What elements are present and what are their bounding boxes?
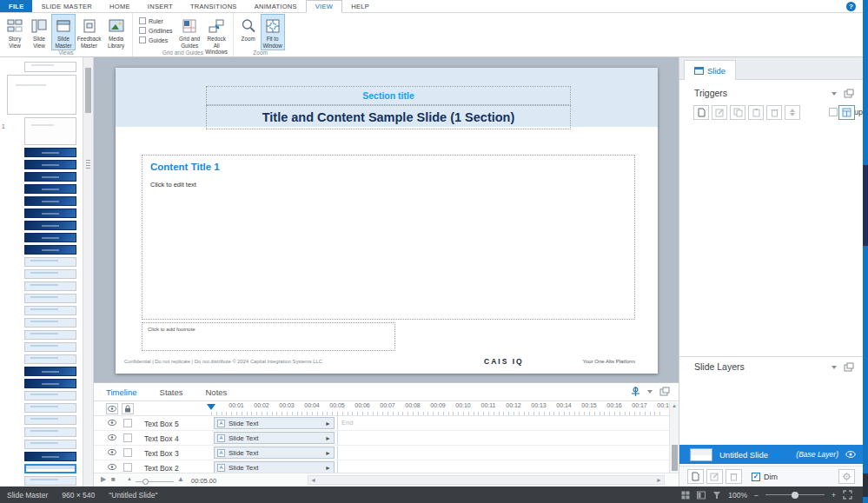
status-story-view-icon[interactable] — [681, 491, 690, 500]
panel-splitter[interactable] — [83, 57, 94, 486]
show-hide-all-button[interactable] — [106, 403, 118, 414]
scroll-up-arrow-icon[interactable]: ▲ — [672, 403, 677, 408]
status-slide-master-view-icon[interactable] — [712, 491, 721, 500]
slide-thumbnail-9[interactable] — [24, 208, 76, 218]
zoom-slider[interactable] — [765, 494, 825, 495]
fit-to-window-status-icon[interactable] — [843, 490, 852, 500]
slide-thumbnail-1[interactable] — [24, 62, 76, 72]
slide-thumbnail-22[interactable] — [24, 367, 76, 376]
slide-master-button[interactable]: Slide Master — [51, 14, 76, 50]
delete-layer-button[interactable] — [726, 469, 742, 484]
row-object-name[interactable]: Text Box 4 — [144, 434, 179, 443]
zoom-button[interactable]: Zoom — [236, 14, 261, 50]
bar-expand-arrow-icon[interactable]: ► — [325, 420, 331, 427]
story-view-button[interactable]: Story View — [3, 14, 27, 50]
menu-tab-insert[interactable]: INSERT — [139, 0, 182, 12]
delete-trigger-button[interactable] — [766, 105, 782, 120]
tab-slide[interactable]: Slide — [684, 60, 736, 80]
timeline-object-bar[interactable]: A Slide Text ► — [214, 417, 335, 429]
menu-tab-file[interactable]: FILE — [0, 0, 32, 12]
slide-thumbnail-5[interactable] — [24, 160, 76, 169]
timeline-object-bar[interactable]: A Slide Text ► — [214, 461, 335, 473]
content-placeholder[interactable]: Content Title 1 Click to edit text — [142, 155, 635, 320]
timeline-object-bar[interactable]: A Slide Text ► — [214, 447, 335, 459]
slide-thumbnail-8[interactable] — [24, 196, 76, 206]
vertical-scroll-thumb[interactable] — [672, 445, 678, 471]
slide-thumbnail-25[interactable] — [24, 403, 76, 413]
timeline-menu-caret-icon[interactable] — [647, 390, 653, 394]
guides-checkbox-box[interactable] — [139, 36, 146, 43]
fit-to-window-button[interactable]: Fit to Window — [261, 14, 285, 50]
menu-tab-transitions[interactable]: TRANSITIONS — [182, 0, 246, 12]
gridlines-checkbox-box[interactable] — [139, 27, 146, 34]
copy-trigger-button[interactable] — [730, 105, 745, 120]
edit-trigger-button[interactable] — [712, 105, 727, 120]
playhead-marker[interactable] — [207, 404, 215, 410]
new-trigger-button[interactable] — [693, 105, 709, 120]
zoom-in-timeline-icon[interactable]: ▲ — [177, 476, 184, 483]
zoom-out-timeline-icon[interactable]: ▲ — [127, 476, 132, 481]
slide-thumbnail-28[interactable] — [24, 440, 76, 449]
row-object-name[interactable]: Text Box 2 — [144, 464, 179, 473]
group-checkbox-box[interactable] — [829, 108, 838, 116]
layers-menu-caret-icon[interactable] — [832, 366, 837, 369]
layer-row-untitled-slide[interactable]: Untitled Slide (Base Layer) — [679, 445, 863, 464]
row-eye-icon[interactable] — [108, 464, 116, 470]
menu-tab-animations[interactable]: ANIMATIONS — [246, 0, 306, 12]
lock-all-button[interactable] — [122, 403, 134, 414]
slide-thumbnail-26[interactable] — [24, 415, 76, 425]
slide-editing-surface[interactable]: Section title Title and Content Sample S… — [116, 68, 658, 374]
guides-checkbox[interactable]: Guides — [139, 36, 173, 43]
slide-thumbnail-3[interactable] — [24, 117, 76, 145]
menu-tab-view[interactable]: VIEW — [306, 0, 342, 13]
dim-checkbox[interactable]: ✓ Dim — [752, 473, 778, 481]
row-lock-checkbox[interactable] — [123, 419, 132, 427]
zoom-in-button[interactable]: + — [832, 491, 836, 500]
slide-thumbnail-10[interactable] — [24, 221, 76, 230]
timeline-vertical-scrollbar[interactable]: ▲ — [669, 402, 679, 473]
slide-thumbnail-31[interactable] — [24, 476, 76, 486]
slide-thumbnail-29[interactable] — [24, 452, 76, 461]
slide-thumbnail-14[interactable] — [24, 269, 76, 279]
slide-thumbnail-23[interactable] — [24, 379, 76, 388]
row-lock-checkbox[interactable] — [123, 434, 132, 442]
slide-thumbnail-15[interactable] — [24, 281, 76, 291]
section-title-placeholder[interactable]: Section title — [206, 86, 571, 105]
timeline-horizontal-scrollbar[interactable]: ◄ ► — [308, 475, 665, 485]
slide-thumbnail-20[interactable] — [24, 342, 76, 352]
slide-thumbnail-30[interactable] — [24, 464, 76, 473]
grid-and-guides-button[interactable]: Grid and Guides — [176, 14, 203, 50]
slide-thumbnail-4[interactable] — [24, 148, 76, 157]
row-eye-icon[interactable] — [108, 434, 116, 440]
dock-panel-icon[interactable] — [659, 387, 670, 396]
bar-expand-arrow-icon[interactable]: ► — [325, 435, 331, 441]
ruler-checkbox-box[interactable] — [139, 17, 146, 24]
status-slide-view-icon[interactable] — [697, 491, 706, 500]
new-layer-button[interactable] — [687, 469, 704, 484]
timeline-zoom-knob[interactable] — [142, 479, 149, 485]
media-library-button[interactable]: Media Library — [103, 14, 129, 50]
row-object-name[interactable]: Text Box 5 — [144, 420, 179, 428]
tab-states[interactable]: States — [160, 387, 183, 397]
feedback-master-button[interactable]: Feedback Master — [76, 14, 103, 50]
slide-thumbnail-12[interactable] — [24, 245, 76, 255]
tab-notes[interactable]: Notes — [205, 387, 227, 397]
ruler-checkbox[interactable]: Ruler — [139, 17, 173, 24]
slide-thumbnail-6[interactable] — [24, 172, 76, 182]
zoom-out-button[interactable]: − — [754, 491, 759, 500]
timeline-zoom-slider[interactable] — [136, 481, 174, 482]
slide-thumbnail-13[interactable] — [24, 257, 76, 267]
layer-properties-button[interactable] — [838, 469, 855, 484]
bar-expand-arrow-icon[interactable]: ► — [325, 450, 331, 456]
anchor-icon[interactable] — [631, 386, 640, 397]
menu-tab-home[interactable]: HOME — [101, 0, 139, 12]
slide-view-button[interactable]: Slide View — [27, 14, 51, 50]
footnote-placeholder[interactable]: Click to add footnote — [142, 322, 395, 351]
row-eye-icon[interactable] — [108, 420, 116, 426]
gridlines-checkbox[interactable]: Gridlines — [139, 27, 173, 34]
slide-thumbnail-11[interactable] — [24, 233, 76, 242]
tab-timeline[interactable]: Timeline — [106, 387, 137, 397]
move-up-icon[interactable] — [790, 109, 795, 112]
slide-thumbnail-19[interactable] — [24, 330, 76, 340]
zoom-slider-knob[interactable] — [792, 492, 798, 499]
